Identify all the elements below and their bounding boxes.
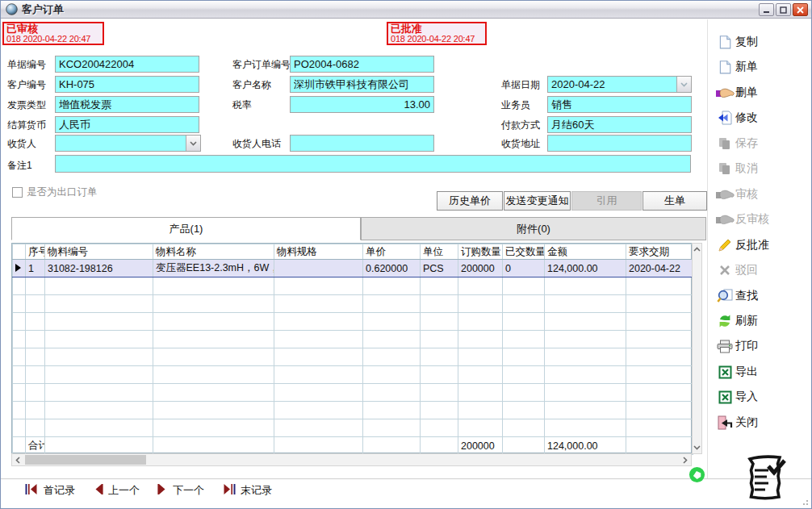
row-selector-header [13, 244, 26, 260]
action-button-3[interactable]: 引用 [571, 191, 642, 211]
nav-button-label: 上一个 [108, 483, 140, 498]
cust-order-no-field[interactable] [290, 56, 434, 73]
copy-icon [714, 35, 735, 49]
tab-2[interactable]: 附件(0) [361, 217, 706, 240]
scroll-left-icon[interactable] [12, 454, 23, 465]
sidebar-button-复制[interactable]: 复制 [714, 31, 810, 52]
table-cell[interactable]: PCS [421, 260, 458, 277]
table-cell[interactable]: 31082-198126 [45, 260, 153, 277]
vertical-scrollbar[interactable] [692, 243, 702, 454]
sidebar-button-删单[interactable]: 删单 [714, 82, 810, 103]
doc-date-combo[interactable] [547, 76, 692, 93]
cust-no-field[interactable] [55, 76, 199, 93]
currency-field[interactable] [55, 116, 199, 133]
sidebar-divider [707, 19, 708, 478]
nav-button-4[interactable]: 末记录 [222, 483, 272, 498]
action-button-1[interactable]: 历史单价 [437, 191, 503, 211]
app-globe-icon [6, 3, 18, 15]
scroll-up-icon[interactable] [693, 244, 701, 255]
close-door-icon [714, 415, 735, 430]
approved-stamp-detail: 018 2020-04-22 20:47 [391, 35, 483, 44]
sidebar-button-label: 导入 [735, 390, 758, 404]
sidebar-button-label: 新单 [735, 60, 758, 74]
sidebar-button-label: 导出 [735, 365, 758, 379]
print-icon [714, 340, 735, 353]
cancel-icon [714, 162, 735, 176]
table-cell[interactable]: 0.620000 [363, 260, 421, 277]
sidebar-button-保存[interactable]: 保存 [714, 133, 810, 154]
remark1-field[interactable] [55, 155, 691, 173]
nav-button-1[interactable]: 首记录 [25, 483, 75, 498]
table-cell[interactable]: 124,000.00 [545, 260, 626, 277]
record-navigation: 首记录上一个下一个末记录 [25, 483, 272, 498]
nav-button-2[interactable]: 上一个 [93, 483, 140, 498]
sidebar-button-修改[interactable]: 修改 [714, 107, 810, 128]
scroll-right-icon[interactable] [680, 454, 691, 465]
cust-name-field[interactable] [290, 76, 434, 93]
sidebar-button-取消[interactable]: 取消 [714, 158, 810, 179]
row-selector-cell[interactable] [13, 260, 26, 277]
table-cell[interactable]: 2020-04-22 [626, 260, 693, 277]
sidebar-button-驳回[interactable]: 驳回 [714, 260, 810, 281]
sidebar-button-反批准[interactable]: 反批准 [714, 235, 810, 256]
sidebar-button-label: 反批准 [735, 238, 769, 252]
tab-1[interactable]: 产品(1) [11, 217, 361, 240]
action-button-4[interactable]: 生单 [642, 191, 707, 211]
sidebar-button-反审核[interactable]: 反审核 [714, 209, 810, 230]
sidebar-button-查找[interactable]: 查找 [714, 286, 810, 307]
close-button[interactable] [793, 3, 808, 16]
scroll-down-icon[interactable] [693, 442, 701, 453]
sidebar-button-刷新[interactable]: 刷新 [714, 311, 810, 332]
consignee-combo[interactable] [55, 135, 201, 152]
column-header: 要求交期 [626, 244, 693, 260]
minimize-button[interactable] [759, 3, 774, 16]
payment-field[interactable] [547, 116, 692, 133]
delivery-address-label: 收货地址 [501, 137, 540, 151]
export-order-checkbox[interactable] [12, 187, 23, 198]
nav-button-3[interactable]: 下一个 [157, 483, 204, 498]
sidebar-button-审核[interactable]: 审核 [714, 184, 810, 205]
table-cell[interactable]: 200000 [458, 260, 503, 277]
consignee-dropdown-arrow-icon[interactable] [186, 136, 200, 151]
reviewed-stamp: 已审核 018 2020-04-22 20:47 [2, 22, 104, 45]
invoice-type-field[interactable] [55, 96, 199, 113]
doc-date-dropdown-arrow-icon[interactable] [676, 77, 691, 92]
sidebar-button-新单[interactable]: 新单 [714, 56, 810, 77]
reject-icon [714, 264, 735, 277]
total-cell: 124,000.00 [545, 437, 626, 455]
table-cell[interactable]: 0 [503, 260, 545, 277]
table-row[interactable]: 131082-198126变压器EE13-2.3mH，6W， 0.620000P… [13, 260, 693, 277]
delete-doc-icon [714, 86, 735, 99]
delivery-address-field[interactable] [547, 135, 692, 152]
table-cell[interactable]: 1 [26, 260, 45, 277]
horizontal-scrollbar[interactable] [11, 453, 692, 466]
total-cell [13, 437, 26, 455]
sidebar-button-导入[interactable]: 导入 [714, 386, 810, 407]
resize-grip[interactable] [800, 497, 808, 505]
salesman-field[interactable] [547, 96, 692, 113]
table-cell[interactable] [274, 260, 363, 277]
next-record-icon [157, 484, 168, 497]
status-green-badge-icon [689, 466, 705, 486]
maximize-button[interactable] [776, 3, 791, 16]
action-button-2[interactable]: 发送变更通知 [504, 191, 571, 211]
sidebar-button-label: 取消 [735, 161, 758, 176]
column-header: 序号 [26, 244, 45, 260]
tax-rate-field[interactable] [290, 96, 434, 113]
doc-no-field[interactable] [55, 56, 199, 73]
table-cell[interactable]: 变压器EE13-2.3mH，6W， [153, 260, 274, 277]
sidebar-button-导出[interactable]: 导出 [714, 361, 810, 382]
consignee-label: 收货人 [7, 137, 36, 151]
sidebar-button-关闭[interactable]: 关闭 [714, 412, 810, 433]
consignee-phone-field[interactable] [290, 135, 434, 152]
doc-date-label: 单据日期 [501, 78, 540, 92]
detail-tabs: 产品(1)附件(0) [11, 217, 706, 240]
sidebar-button-打印[interactable]: 打印 [714, 336, 810, 357]
scrollbar-thumb[interactable] [25, 455, 146, 465]
consignee-field[interactable] [55, 135, 201, 152]
first-record-icon [25, 484, 39, 497]
export-order-checkbox-label: 是否为出口订单 [27, 186, 98, 199]
doc-date-field[interactable] [547, 76, 692, 93]
total-cell: 合计 [26, 437, 45, 455]
empty-table-row [13, 419, 693, 437]
